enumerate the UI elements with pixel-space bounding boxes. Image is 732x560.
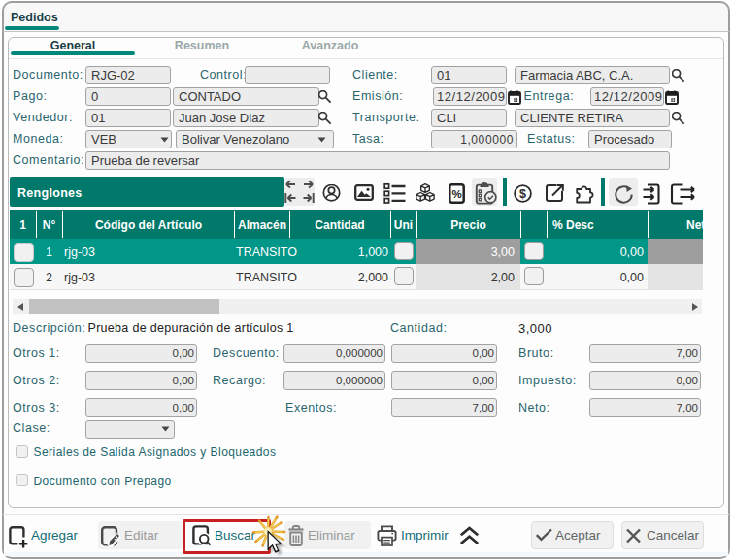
svg-text:$: $ (519, 187, 526, 201)
svg-text:%: % (451, 188, 461, 200)
